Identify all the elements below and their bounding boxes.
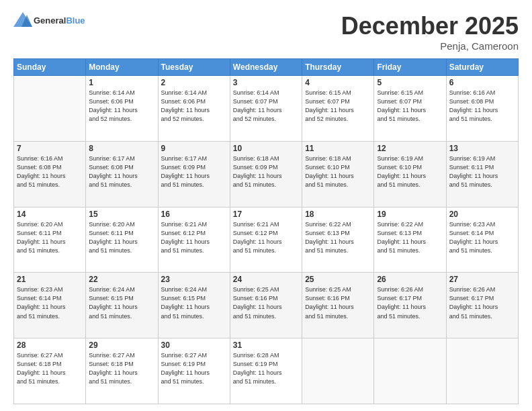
day-info: Sunrise: 6:24 AMSunset: 6:15 PMDaylight:… — [89, 285, 154, 320]
day-number: 21 — [17, 275, 83, 284]
table-row: 22Sunrise: 6:24 AMSunset: 6:15 PMDayligh… — [86, 273, 158, 338]
day-info: Sunrise: 6:25 AMSunset: 6:16 PMDaylight:… — [305, 285, 371, 320]
table-row: 2Sunrise: 6:14 AMSunset: 6:06 PMDaylight… — [158, 76, 230, 142]
day-number: 30 — [161, 340, 227, 350]
day-number: 17 — [233, 210, 299, 219]
col-saturday: Saturday — [446, 59, 518, 76]
day-info: Sunrise: 6:18 AMSunset: 6:10 PMDaylight:… — [305, 154, 371, 189]
table-row: 4Sunrise: 6:15 AMSunset: 6:07 PMDaylight… — [302, 76, 374, 142]
day-info: Sunrise: 6:23 AMSunset: 6:14 PMDaylight:… — [17, 285, 83, 320]
day-number: 15 — [89, 210, 154, 219]
table-row: 21Sunrise: 6:23 AMSunset: 6:14 PMDayligh… — [14, 273, 86, 338]
day-number: 12 — [377, 144, 443, 153]
table-row: 8Sunrise: 6:17 AMSunset: 6:08 PMDaylight… — [86, 141, 158, 207]
day-info: Sunrise: 6:17 AMSunset: 6:08 PMDaylight:… — [89, 154, 154, 189]
day-info: Sunrise: 6:24 AMSunset: 6:15 PMDaylight:… — [161, 285, 227, 320]
day-info: Sunrise: 6:26 AMSunset: 6:17 PMDaylight:… — [377, 285, 443, 320]
col-wednesday: Wednesday — [230, 59, 302, 76]
day-number: 6 — [449, 78, 515, 87]
table-row: 6Sunrise: 6:16 AMSunset: 6:08 PMDaylight… — [446, 76, 518, 142]
day-number: 22 — [89, 275, 154, 284]
day-number: 16 — [161, 210, 227, 219]
day-number: 31 — [233, 340, 299, 350]
day-number: 27 — [449, 275, 515, 284]
day-number: 3 — [233, 78, 299, 87]
table-row: 20Sunrise: 6:23 AMSunset: 6:14 PMDayligh… — [446, 207, 518, 273]
table-row — [302, 338, 374, 404]
table-row: 9Sunrise: 6:17 AMSunset: 6:09 PMDaylight… — [158, 141, 230, 207]
table-row: 28Sunrise: 6:27 AMSunset: 6:18 PMDayligh… — [14, 338, 86, 404]
day-info: Sunrise: 6:16 AMSunset: 6:08 PMDaylight:… — [449, 89, 515, 124]
calendar-week-row: 14Sunrise: 6:20 AMSunset: 6:11 PMDayligh… — [14, 207, 519, 273]
logo-general: General — [34, 15, 66, 26]
calendar-week-row: 21Sunrise: 6:23 AMSunset: 6:14 PMDayligh… — [14, 273, 519, 338]
day-number: 11 — [305, 144, 371, 153]
day-info: Sunrise: 6:20 AMSunset: 6:11 PMDaylight:… — [17, 220, 83, 255]
table-row: 12Sunrise: 6:19 AMSunset: 6:10 PMDayligh… — [374, 141, 446, 207]
table-row: 15Sunrise: 6:20 AMSunset: 6:11 PMDayligh… — [86, 207, 158, 273]
day-info: Sunrise: 6:19 AMSunset: 6:10 PMDaylight:… — [377, 154, 443, 189]
table-row: 23Sunrise: 6:24 AMSunset: 6:15 PMDayligh… — [158, 273, 230, 338]
day-info: Sunrise: 6:22 AMSunset: 6:13 PMDaylight:… — [305, 220, 371, 255]
day-number: 26 — [377, 275, 443, 284]
day-info: Sunrise: 6:22 AMSunset: 6:13 PMDaylight:… — [377, 220, 443, 255]
day-number: 9 — [161, 144, 227, 153]
day-info: Sunrise: 6:15 AMSunset: 6:07 PMDaylight:… — [377, 89, 443, 124]
day-info: Sunrise: 6:21 AMSunset: 6:12 PMDaylight:… — [233, 220, 299, 255]
day-number: 4 — [305, 78, 371, 87]
col-monday: Monday — [86, 59, 158, 76]
calendar-header-row: Sunday Monday Tuesday Wednesday Thursday… — [14, 59, 519, 76]
day-info: Sunrise: 6:14 AMSunset: 6:06 PMDaylight:… — [161, 89, 227, 124]
logo: GeneralBlue — [13, 12, 85, 30]
day-info: Sunrise: 6:20 AMSunset: 6:11 PMDaylight:… — [89, 220, 154, 255]
day-info: Sunrise: 6:23 AMSunset: 6:14 PMDaylight:… — [449, 220, 515, 255]
day-number: 10 — [233, 144, 299, 153]
table-row: 13Sunrise: 6:19 AMSunset: 6:11 PMDayligh… — [446, 141, 518, 207]
table-row: 24Sunrise: 6:25 AMSunset: 6:16 PMDayligh… — [230, 273, 302, 338]
table-row: 16Sunrise: 6:21 AMSunset: 6:12 PMDayligh… — [158, 207, 230, 273]
table-row: 10Sunrise: 6:18 AMSunset: 6:09 PMDayligh… — [230, 141, 302, 207]
day-info: Sunrise: 6:26 AMSunset: 6:17 PMDaylight:… — [449, 285, 515, 320]
table-row: 30Sunrise: 6:27 AMSunset: 6:19 PMDayligh… — [158, 338, 230, 404]
col-sunday: Sunday — [14, 59, 86, 76]
page: GeneralBlue December 2025 Penja, Cameroo… — [0, 0, 532, 411]
day-number: 28 — [17, 340, 83, 350]
table-row: 5Sunrise: 6:15 AMSunset: 6:07 PMDaylight… — [374, 76, 446, 142]
day-info: Sunrise: 6:28 AMSunset: 6:19 PMDaylight:… — [233, 351, 299, 386]
table-row: 25Sunrise: 6:25 AMSunset: 6:16 PMDayligh… — [302, 273, 374, 338]
logo-icon — [13, 12, 32, 30]
table-row: 31Sunrise: 6:28 AMSunset: 6:19 PMDayligh… — [230, 338, 302, 404]
calendar-week-row: 7Sunrise: 6:16 AMSunset: 6:08 PMDaylight… — [14, 141, 519, 207]
logo-blue: Blue — [66, 15, 85, 26]
day-info: Sunrise: 6:14 AMSunset: 6:06 PMDaylight:… — [89, 89, 154, 124]
day-number: 20 — [449, 210, 515, 219]
day-info: Sunrise: 6:16 AMSunset: 6:08 PMDaylight:… — [17, 154, 83, 189]
day-info: Sunrise: 6:15 AMSunset: 6:07 PMDaylight:… — [305, 89, 371, 124]
table-row: 18Sunrise: 6:22 AMSunset: 6:13 PMDayligh… — [302, 207, 374, 273]
header: GeneralBlue December 2025 Penja, Cameroo… — [13, 12, 519, 52]
title-block: December 2025 Penja, Cameroon — [341, 12, 519, 52]
day-number: 7 — [17, 144, 83, 153]
day-number: 14 — [17, 210, 83, 219]
day-number: 29 — [89, 340, 154, 350]
day-info: Sunrise: 6:17 AMSunset: 6:09 PMDaylight:… — [161, 154, 227, 189]
day-number: 13 — [449, 144, 515, 153]
table-row: 1Sunrise: 6:14 AMSunset: 6:06 PMDaylight… — [86, 76, 158, 142]
table-row: 7Sunrise: 6:16 AMSunset: 6:08 PMDaylight… — [14, 141, 86, 207]
month-title: December 2025 — [341, 12, 519, 40]
table-row: 29Sunrise: 6:27 AMSunset: 6:18 PMDayligh… — [86, 338, 158, 404]
table-row — [374, 338, 446, 404]
day-info: Sunrise: 6:19 AMSunset: 6:11 PMDaylight:… — [449, 154, 515, 189]
day-number: 1 — [89, 78, 154, 87]
day-number: 5 — [377, 78, 443, 87]
day-number: 25 — [305, 275, 371, 284]
table-row: 19Sunrise: 6:22 AMSunset: 6:13 PMDayligh… — [374, 207, 446, 273]
table-row: 27Sunrise: 6:26 AMSunset: 6:17 PMDayligh… — [446, 273, 518, 338]
location: Penja, Cameroon — [341, 40, 519, 52]
day-number: 24 — [233, 275, 299, 284]
table-row — [446, 338, 518, 404]
table-row: 14Sunrise: 6:20 AMSunset: 6:11 PMDayligh… — [14, 207, 86, 273]
table-row: 3Sunrise: 6:14 AMSunset: 6:07 PMDaylight… — [230, 76, 302, 142]
day-number: 19 — [377, 210, 443, 219]
day-number: 18 — [305, 210, 371, 219]
